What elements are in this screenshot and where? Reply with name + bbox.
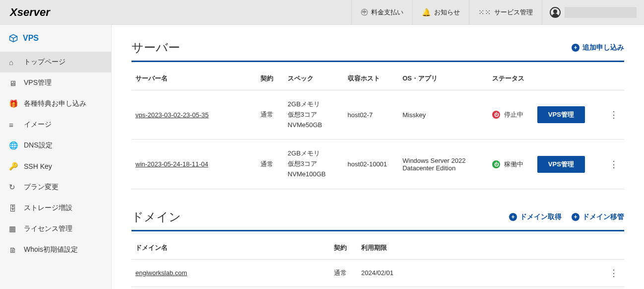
server-status: ⏻停止中 [492, 110, 529, 119]
cube-icon [9, 34, 18, 43]
server-host: host02-10001 [344, 140, 399, 189]
logo: Xserver [0, 6, 112, 19]
plus-icon: + [572, 213, 580, 221]
more-menu-icon[interactable]: ⋮ [607, 266, 620, 280]
server-status: ⏻稼働中 [492, 160, 529, 169]
sidebar-item-label: トップページ [24, 58, 65, 67]
server-contract: 通常 [257, 90, 284, 140]
sidebar-item-7[interactable]: 🗄ストレージ増設 [0, 198, 111, 218]
sidebar-item-label: SSH Key [24, 162, 52, 170]
domain-contract: 通常 [330, 259, 357, 287]
bell-icon: 🔔 [422, 8, 431, 17]
sidebar: VPS ⌂トップページ🖥VPS管理🎁各種特典お申し込み≡イメージ🌐DNS設定🔑S… [0, 25, 112, 289]
transfer-domain-button[interactable]: +ドメイン移管 [572, 213, 624, 221]
grid-icon: ⁙⁙ [478, 8, 491, 17]
sidebar-item-label: DNS設定 [24, 141, 53, 150]
plus-icon: + [509, 213, 517, 221]
col-domain-name: ドメイン名 [131, 236, 330, 260]
server-osapp: Misskey [398, 90, 488, 140]
avatar-icon [550, 7, 561, 18]
status-icon: ⏻ [492, 160, 500, 168]
sidebar-item-label: 各種特典お申し込み [24, 99, 86, 108]
server-spec: 2GBメモリ仮想3コアNVMe50GB [284, 90, 344, 140]
yen-icon: ㊥ [361, 7, 368, 17]
servers-table: サーバー名 契約 スペック 収容ホスト OS・アプリ ステータス vps-202… [131, 67, 624, 189]
nav-icon-8: ▦ [9, 224, 19, 233]
server-row: vps-2023-03-02-23-05-35通常2GBメモリ仮想3コアNVMe… [131, 90, 624, 140]
nav-icon-5: 🔑 [9, 162, 19, 171]
nav-payment[interactable]: ㊥料金支払い [351, 0, 412, 25]
nav-icon-2: 🎁 [9, 99, 19, 108]
col-server-name: サーバー名 [131, 67, 257, 90]
sidebar-item-0[interactable]: ⌂トップページ [0, 52, 111, 72]
nav-icon-1: 🖥 [9, 79, 19, 87]
server-osapp: Windows Server 2022 Datacenter Edition [398, 140, 488, 189]
main-content: サーバー +追加申し込み サーバー名 契約 スペック 収容ホスト OS・アプリ … [112, 25, 644, 289]
sidebar-item-label: VPS管理 [24, 78, 52, 87]
domain-name-link[interactable]: engiworkslab.com [135, 269, 187, 277]
user-name-redacted [565, 7, 637, 18]
nav-notice[interactable]: 🔔お知らせ [412, 0, 469, 25]
sidebar-item-label: プラン変更 [24, 183, 59, 192]
col-domain-contract: 契約 [330, 236, 357, 260]
col-host: 収容ホスト [344, 67, 399, 90]
server-name-link[interactable]: win-2023-05-24-18-11-04 [135, 160, 208, 168]
server-row: win-2023-05-24-18-11-04通常2GBメモリ仮想3コアNVMe… [131, 140, 624, 189]
col-osapp: OS・アプリ [398, 67, 488, 90]
sidebar-item-9[interactable]: 🗎Whois初期値設定 [0, 239, 111, 260]
add-server-button[interactable]: +追加申し込み [572, 43, 624, 52]
sidebar-item-5[interactable]: 🔑SSH Key [0, 156, 111, 177]
domains-title: ドメイン [131, 209, 499, 225]
domain-expiry: 2024/02/01 [357, 259, 603, 287]
sidebar-item-label: Whois初期値設定 [24, 245, 78, 254]
nav-icon-6: ↻ [9, 183, 19, 192]
more-menu-icon[interactable]: ⋮ [607, 157, 620, 171]
nav-service[interactable]: ⁙⁙サービス管理 [469, 0, 542, 25]
sidebar-item-label: ストレージ増設 [24, 204, 72, 213]
col-spec: スペック [284, 67, 344, 90]
sidebar-item-3[interactable]: ≡イメージ [0, 114, 111, 135]
sidebar-item-8[interactable]: ▦ライセンス管理 [0, 218, 111, 239]
server-contract: 通常 [257, 140, 284, 189]
sidebar-item-4[interactable]: 🌐DNS設定 [0, 135, 111, 156]
nav-icon-9: 🗎 [9, 246, 19, 254]
server-host: host02-7 [344, 90, 399, 140]
vps-manage-button[interactable]: VPS管理 [537, 106, 585, 123]
sidebar-item-2[interactable]: 🎁各種特典お申し込み [0, 93, 111, 114]
col-status: ステータス [488, 67, 533, 90]
sidebar-item-label: ライセンス管理 [24, 224, 72, 233]
sidebar-item-label: イメージ [24, 120, 52, 129]
sidebar-item-6[interactable]: ↻プラン変更 [0, 177, 111, 198]
more-menu-icon[interactable]: ⋮ [607, 108, 620, 122]
status-icon: ⏻ [492, 111, 500, 119]
col-domain-expiry: 利用期限 [357, 236, 603, 260]
servers-section: サーバー +追加申し込み サーバー名 契約 スペック 収容ホスト OS・アプリ … [131, 40, 624, 189]
top-header: Xserver ㊥料金支払い 🔔お知らせ ⁙⁙サービス管理 [0, 0, 644, 25]
domain-row: engiworkslab.com通常2024/02/01⋮ [131, 259, 624, 287]
nav-icon-0: ⌂ [9, 58, 19, 67]
nav-icon-4: 🌐 [9, 141, 19, 150]
nav-user[interactable] [542, 0, 644, 25]
server-spec: 2GBメモリ仮想3コアNVMe100GB [284, 140, 344, 189]
sidebar-item-1[interactable]: 🖥VPS管理 [0, 72, 111, 93]
sidebar-title[interactable]: VPS [0, 25, 111, 52]
domains-section: ドメイン +ドメイン取得 +ドメイン移管 ドメイン名 契約 利用期限 engiw… [131, 209, 624, 287]
nav-icon-7: 🗄 [9, 204, 19, 213]
col-contract: 契約 [257, 67, 284, 90]
vps-manage-button[interactable]: VPS管理 [537, 156, 585, 173]
server-name-link[interactable]: vps-2023-03-02-23-05-35 [135, 111, 208, 119]
plus-icon: + [572, 44, 580, 52]
servers-title: サーバー [131, 40, 562, 56]
nav-icon-3: ≡ [9, 121, 19, 129]
get-domain-button[interactable]: +ドメイン取得 [509, 213, 562, 221]
domains-table: ドメイン名 契約 利用期限 engiworkslab.com通常2024/02/… [131, 236, 624, 287]
